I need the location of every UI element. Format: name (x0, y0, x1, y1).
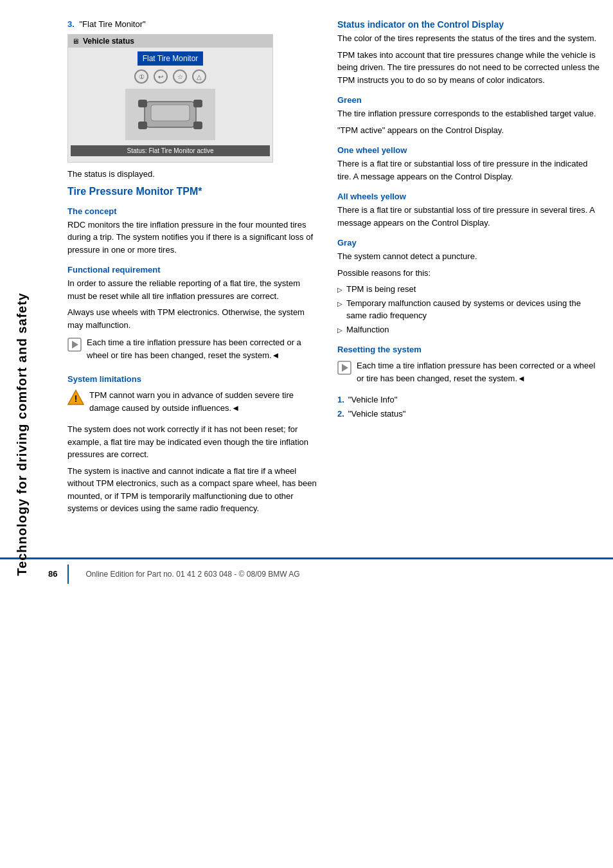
vs-icons-row: ① ↩ ☆ △ (134, 69, 206, 84)
footer-divider (67, 565, 69, 584)
list-item: ▷ Malfunction (337, 323, 600, 336)
system-limitations-heading: System limitations (67, 374, 318, 384)
functional-heading: Functional requirement (67, 265, 318, 275)
gray-text1: The system cannot detect a puncture. (337, 250, 600, 263)
reset-note-box: Each time a tire inflation pressure has … (337, 359, 600, 388)
vs-header: 🖥 Vehicle status (68, 35, 272, 48)
status-intro-text1: The color of the tires represents the st… (337, 32, 600, 45)
reset-numbered-list: 1. "Vehicle Info" 2. "Vehicle status" (337, 393, 600, 420)
concept-heading: The concept (67, 206, 318, 216)
page-number: 86 (48, 569, 57, 579)
list-item: ▷ TPM is being reset (337, 283, 600, 296)
gray-text2: Possible reasons for this: (337, 267, 600, 280)
sidebar: Technology for driving comfort and safet… (0, 0, 44, 868)
functional-text2: Always use wheels with TPM electronics. … (67, 306, 318, 331)
green-text2: "TPM active" appears on the Control Disp… (337, 124, 600, 137)
status-displayed: The status is displayed. (67, 168, 318, 181)
all-wheels-yellow-heading: All wheels yellow (337, 192, 600, 201)
play-icon-2 (337, 361, 351, 375)
play-icon (67, 338, 82, 352)
vs-status-bar: Status: Flat Tire Monitor active (71, 145, 270, 156)
note1-box: Each time a tire inflation pressure has … (67, 336, 318, 365)
sys-lim-text1: The system does not work correctly if it… (67, 423, 318, 461)
warning-text: TPM cannot warn you in advance of sudden… (89, 389, 318, 414)
right-column: Status indicator on the Control Display … (337, 19, 600, 519)
svg-rect-1 (151, 105, 190, 121)
list-item: ▷ Temporary malfunction caused by system… (337, 297, 600, 322)
sidebar-label: Technology for driving comfort and safet… (15, 293, 30, 576)
svg-text:!: ! (75, 393, 78, 404)
one-wheel-yellow-heading: One wheel yellow (337, 145, 600, 155)
list-item: 2. "Vehicle status" (337, 408, 600, 420)
vs-car-area (125, 89, 215, 140)
vs-icon-4: △ (192, 69, 206, 84)
reset-note-icon (337, 361, 351, 375)
green-heading: Green (337, 95, 600, 105)
svg-rect-5 (193, 122, 202, 129)
warning-icon: ! (67, 389, 84, 406)
sys-lim-text2: The system is inactive and cannot indica… (67, 465, 318, 515)
note-icon (67, 338, 82, 352)
warning-box: ! TPM cannot warn you in advance of sudd… (67, 389, 318, 418)
svg-rect-2 (138, 100, 147, 107)
svg-rect-4 (138, 122, 147, 129)
svg-marker-11 (342, 364, 348, 372)
svg-marker-7 (72, 341, 78, 348)
car-svg (132, 92, 209, 137)
gray-bullets-list: ▷ TPM is being reset ▷ Temporary malfunc… (337, 283, 600, 336)
vs-icon-1: ① (134, 69, 148, 84)
functional-text1: In order to assure the reliable reportin… (67, 277, 318, 302)
resetting-heading: Resetting the system (337, 345, 600, 354)
step3-number: 3. "Flat Tire Monitor" (67, 19, 318, 29)
bullet-icon: ▷ (337, 299, 342, 309)
bullet-icon: ▷ (337, 285, 342, 294)
green-text1: The tire inflation pressure corresponds … (337, 107, 600, 120)
status-indicator-heading: Status indicator on the Control Display (337, 19, 600, 30)
vs-icon-2: ↩ (154, 69, 168, 84)
bullet-icon: ▷ (337, 325, 342, 335)
footer-text: Online Edition for Part no. 01 41 2 603 … (85, 570, 299, 579)
vehicle-status-image: 🖥 Vehicle status Flat Tire Monitor ① ↩ ☆… (67, 34, 273, 163)
list-item: 1. "Vehicle Info" (337, 393, 600, 406)
vs-body: Flat Tire Monitor ① ↩ ☆ △ (68, 48, 272, 159)
note1-text: Each time a tire inflation pressure has … (87, 336, 318, 361)
vs-menu-item: Flat Tire Monitor (138, 51, 204, 66)
all-wheels-yellow-text: There is a flat tire or substantial loss… (337, 204, 600, 229)
main-content: 3. "Flat Tire Monitor" 🖥 Vehicle status … (48, 0, 613, 538)
footer: 86 Online Edition for Part no. 01 41 2 6… (0, 557, 613, 589)
concept-text1: RDC monitors the tire inflation pressure… (67, 219, 318, 257)
one-wheel-yellow-text: There is a flat tire or substantial loss… (337, 158, 600, 183)
left-column: 3. "Flat Tire Monitor" 🖥 Vehicle status … (67, 19, 318, 519)
reset-note-text: Each time a tire inflation pressure has … (357, 359, 600, 384)
status-intro-text2: TPM takes into account that tire pressur… (337, 49, 600, 87)
svg-rect-3 (193, 100, 202, 107)
section-title: Tire Pressure Monitor TPM* (67, 186, 318, 197)
vs-icon-3: ☆ (173, 69, 187, 84)
gray-heading: Gray (337, 238, 600, 248)
